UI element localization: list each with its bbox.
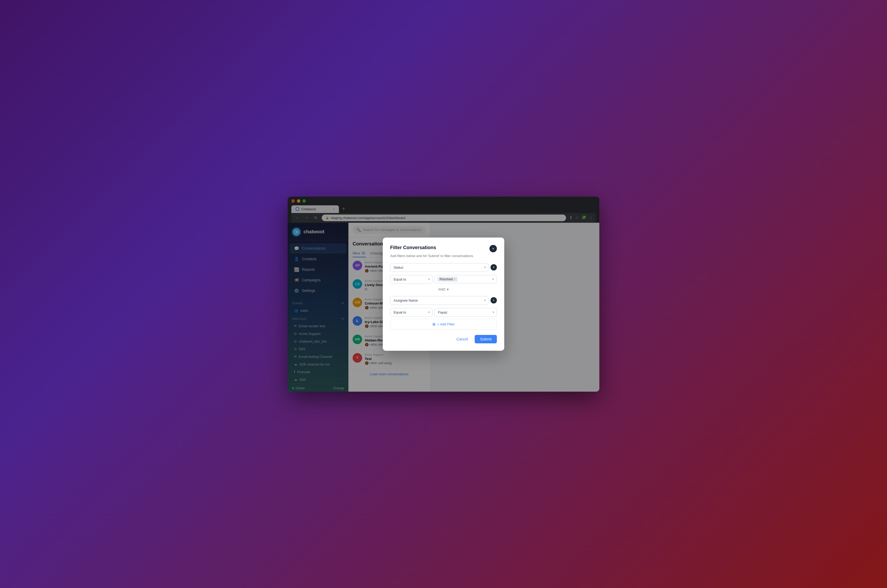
filter-value-2-wrapper: Fayaz nithin: [434, 308, 497, 317]
modal-subtitle: Add filters below and hit 'Submit' to fi…: [390, 254, 497, 258]
cancel-button[interactable]: Cancel: [452, 335, 472, 344]
filter-value-1[interactable]: Resolved × ▾: [434, 275, 497, 284]
filter-remove-1[interactable]: ×: [490, 264, 497, 270]
modal-header: Filter Conversations ×: [390, 245, 497, 252]
filter-operator-2[interactable]: Equal to Not equal to: [390, 308, 432, 317]
filter-field-2[interactable]: Assignee Name Status Team: [390, 296, 489, 305]
resolved-tag: Resolved ×: [437, 277, 457, 282]
filter-row-1: Status Assignee Name Team ×: [390, 263, 497, 272]
add-filter-plus-icon: ⊕: [432, 322, 436, 327]
filter-condition-row-1: Equal to Not equal to Resolved × ▾: [390, 275, 497, 284]
filter-row-2: Assignee Name Status Team ×: [390, 296, 497, 305]
filter-operator-1[interactable]: Equal to Not equal to: [390, 275, 432, 284]
modal-overlay: Filter Conversations × Add filters below…: [0, 0, 887, 588]
modal-title: Filter Conversations: [390, 245, 436, 250]
filter-value-2[interactable]: Fayaz nithin: [434, 308, 497, 317]
and-separator: AND ▾: [390, 286, 497, 293]
filter-field-1[interactable]: Status Assignee Name Team: [390, 263, 489, 272]
filter-operator-1-wrapper: Equal to Not equal to: [390, 275, 432, 284]
modal-footer: Cancel Submit: [390, 335, 497, 344]
add-filter-label: + Add Filter: [437, 322, 455, 326]
and-arrow: ▾: [447, 287, 449, 291]
add-filter-button[interactable]: ⊕ + Add Filter: [390, 319, 497, 330]
tag-remove-resolved[interactable]: ×: [454, 278, 456, 281]
filter-condition-row-2: Equal to Not equal to Fayaz nithin: [390, 308, 497, 317]
and-label: AND: [438, 287, 445, 291]
filter-remove-2[interactable]: ×: [490, 297, 497, 303]
filter-field-2-wrapper: Assignee Name Status Team: [390, 296, 489, 305]
submit-button[interactable]: Submit: [475, 335, 497, 344]
filter-field-1-wrapper: Status Assignee Name Team: [390, 263, 489, 272]
modal-close-button[interactable]: ×: [489, 245, 497, 252]
value-dropdown-arrow: ▾: [492, 278, 494, 281]
filter-conversations-modal: Filter Conversations × Add filters below…: [383, 237, 504, 351]
filter-operator-2-wrapper: Equal to Not equal to: [390, 308, 432, 317]
